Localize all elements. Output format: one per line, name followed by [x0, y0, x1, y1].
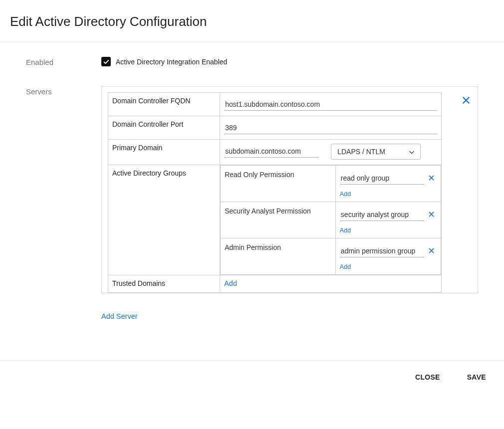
admin-group-input[interactable] — [340, 243, 424, 257]
primary-domain-label: Primary Domain — [108, 140, 220, 165]
close-icon — [428, 211, 435, 217]
close-icon — [428, 175, 435, 181]
footer-actions: CLOSE SAVE — [0, 360, 504, 394]
servers-row: Servers Domain Controller FQDN — [26, 86, 478, 320]
server-card: Domain Controller FQDN Domain Controller… — [101, 86, 478, 293]
check-icon — [103, 58, 110, 65]
remove-security-analyst-group-button[interactable] — [426, 211, 437, 217]
trusted-domains-label: Trusted Domains — [108, 275, 220, 293]
servers-column: Domain Controller FQDN Domain Controller… — [101, 86, 478, 320]
remove-read-only-group-button[interactable] — [426, 175, 437, 181]
admin-row: Admin Permission Add — [221, 238, 441, 275]
add-server-link[interactable]: Add Server — [101, 312, 138, 320]
ad-groups-row: Active Directory Groups Read Only Permis… — [108, 165, 442, 275]
enabled-checkbox-label: Active Directory Integration Enabled — [116, 58, 227, 66]
port-row: Domain Controller Port — [108, 116, 442, 140]
add-trusted-domain-link[interactable]: Add — [224, 279, 237, 287]
remove-admin-group-button[interactable] — [426, 247, 437, 254]
add-read-only-group-link[interactable]: Add — [340, 191, 351, 198]
read-only-group-input[interactable] — [340, 171, 424, 185]
enabled-checkbox[interactable] — [101, 57, 111, 66]
port-label: Domain Controller Port — [108, 116, 220, 140]
servers-label: Servers — [26, 86, 101, 320]
port-input[interactable] — [224, 120, 437, 134]
close-icon — [428, 247, 435, 254]
primary-domain-row: Primary Domain LDAPS / NTLM — [108, 140, 442, 165]
protocol-select[interactable]: LDAPS / NTLM — [331, 144, 421, 160]
server-config-table: Domain Controller FQDN Domain Controller… — [108, 92, 442, 293]
content-area: Enabled Active Directory Integration Ena… — [0, 42, 504, 360]
close-button[interactable]: CLOSE — [412, 373, 443, 382]
page-title: Edit Active Directory Configuration — [0, 0, 504, 41]
trusted-domains-row: Trusted Domains Add — [108, 275, 442, 293]
remove-server-button[interactable] — [462, 96, 471, 105]
read-only-row: Read Only Permission Add — [221, 166, 441, 202]
read-only-permission-label: Read Only Permission — [221, 166, 336, 202]
security-analyst-row: Security Analyst Permission — [221, 202, 441, 238]
security-analyst-group-input[interactable] — [340, 207, 424, 221]
save-button[interactable]: SAVE — [464, 373, 489, 382]
close-icon — [462, 96, 471, 105]
protocol-select-value: LDAPS / NTLM — [337, 148, 385, 156]
admin-permission-label: Admin Permission — [221, 238, 336, 275]
fqdn-input[interactable] — [224, 97, 437, 111]
chevron-down-icon — [408, 149, 415, 157]
ad-groups-label: Active Directory Groups — [108, 165, 220, 275]
fqdn-row: Domain Controller FQDN — [108, 93, 442, 116]
enabled-label: Enabled — [26, 57, 101, 66]
security-analyst-permission-label: Security Analyst Permission — [221, 202, 336, 238]
enabled-checkbox-wrap: Active Directory Integration Enabled — [101, 57, 227, 66]
primary-domain-input[interactable] — [224, 144, 319, 158]
add-admin-group-link[interactable]: Add — [340, 263, 351, 270]
permissions-table: Read Only Permission Add — [220, 165, 441, 275]
enabled-row: Enabled Active Directory Integration Ena… — [26, 57, 478, 66]
fqdn-label: Domain Controller FQDN — [108, 93, 220, 116]
add-security-analyst-group-link[interactable]: Add — [340, 227, 351, 234]
